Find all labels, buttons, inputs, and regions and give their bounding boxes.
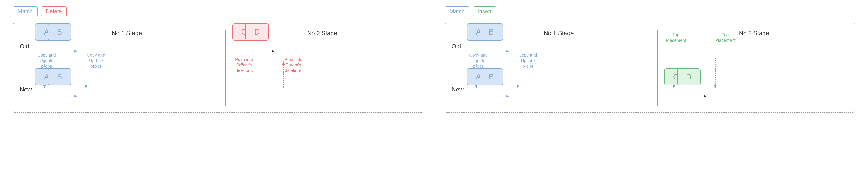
left-diagram-box: Old New No.1 Stage [13,23,423,113]
diagrams-container: Match Delete Old New No.1 Stage [13,6,855,113]
left-stage2-title: No.2 Stage [307,30,337,37]
right-stage-divider [657,30,658,106]
left-s1-copy-B: Copy and Update props [84,52,108,69]
legend-match-right: Match [445,6,469,16]
right-s2-tag-C: Tag Placement [664,32,688,43]
old-label-right: Old [452,43,464,50]
legend-delete-left: Delete [41,6,67,16]
legend-match-left: Match [13,6,38,16]
new-label-right: New [452,86,464,93]
left-s1-old-B: B [48,23,71,40]
right-s1-copy-A: Copy and Update props [467,52,490,69]
right-stage1-title: No.1 Stage [544,30,574,37]
left-stage1-title: No.1 Stage [112,30,142,37]
right-s1-old-B: B [479,23,503,40]
old-label-left: Old [20,43,32,50]
right-legend: Match Insert [445,6,855,16]
left-stage2: No.2 Stage [230,30,414,106]
right-diagram-box: Old New No.1 Stage [445,23,855,113]
left-stage2-push-labels: Push into Parent's deletions Push into P… [230,56,414,73]
right-stage2: No.2 Stage [662,30,846,106]
right-stage1: No.1 Stage [464,30,653,106]
left-stage-divider [225,30,226,106]
left-s1-new-B: B [48,68,71,85]
left-s2-push-D: Push into Parent's deletions [282,56,305,73]
right-s1-copy-B: Copy and Update props [516,52,540,69]
right-row-labels: Old New [452,23,464,113]
left-stage1: No.1 Stage [33,30,221,106]
right-stage1-copy-labels: Copy and Update props Copy and Update pr… [464,52,653,69]
left-s2-old-D: D [245,23,269,40]
right-stage2-tag-labels: Tag Placement Tag Placement [662,32,846,43]
left-stage1-copy-labels: Copy and Update props Copy and Update pr… [33,52,221,69]
left-row-labels: Old New [20,23,32,113]
right-s2-new-D: D [677,68,701,85]
right-s1-new-B: B [479,68,503,85]
legend-insert-right: Insert [473,6,496,16]
left-diagram-section: Match Delete Old New No.1 Stage [13,6,423,113]
new-label-left: New [20,86,32,93]
right-s2-tag-D: Tag Placement [714,32,737,43]
left-s2-push-C: Push into Parent's deletions [232,56,256,73]
left-s1-copy-A: Copy and Update props [35,52,58,69]
left-legend: Match Delete [13,6,423,16]
right-diagram-section: Match Insert Old New No.1 Stage [445,6,855,113]
left-stage2-svg [230,40,312,113]
